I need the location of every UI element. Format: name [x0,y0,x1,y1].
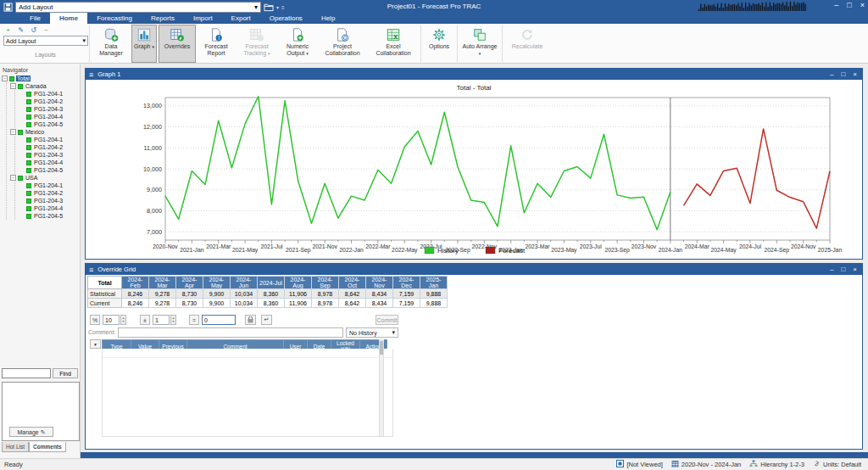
tree-item-label[interactable]: Total [16,76,31,81]
save-icon[interactable] [3,3,13,12]
window-menu-icon[interactable]: ≡ [89,266,93,274]
tree-item-pg1-204-1[interactable]: PG1-204-1 [19,182,80,189]
lock-button[interactable] [245,315,256,325]
tree-item-label[interactable]: PG1-204-3 [33,152,64,158]
filter-button[interactable]: ▼ [90,339,101,349]
tree-item-label[interactable]: Mexico [25,129,45,135]
collapse-icon[interactable]: − [10,83,16,89]
equals-value-input[interactable]: 0 [202,315,236,325]
percent-spinner[interactable]: ▴▾ [120,315,126,325]
minimize-icon[interactable]: – [830,266,833,273]
layout-combobox[interactable]: Add Layout▾ [15,2,261,13]
menu-tab-file[interactable]: File [20,13,50,24]
collapse-icon[interactable]: − [2,76,8,81]
tree-item-label[interactable]: PG1-204-1 [33,182,64,188]
tree-item-label[interactable]: Canada [25,83,47,89]
grid-cell[interactable]: 8,730 [176,289,203,299]
tree-item-pg1-204-5[interactable]: PG1-204-5 [19,166,80,174]
grid-cell[interactable]: 9,888 [420,299,448,308]
tree-item-usa[interactable]: −USA [10,174,80,182]
remove-layout-icon[interactable]: − [42,26,50,34]
collapse-icon[interactable]: − [10,175,16,181]
reset-layout-icon[interactable]: ↺ [30,26,37,34]
override-window-titlebar[interactable]: ≡ Override Grid – □ × [86,264,862,275]
status-item-viewed[interactable]: [Not Viewed] [616,460,662,469]
grid-cell[interactable]: 9,278 [149,289,176,299]
add-layout-icon[interactable]: + [4,26,12,34]
close-icon[interactable]: × [860,1,865,9]
equals-button[interactable]: = [189,315,199,325]
find-input[interactable] [2,368,51,378]
grid-column-header[interactable]: 2024-Apr [176,277,203,289]
menu-tab-import[interactable]: Import [184,13,222,24]
status-item-units[interactable]: Units: Default [813,460,861,469]
tree-item-pg1-204-5[interactable]: PG1-204-5 [19,120,80,128]
graph-window-titlebar[interactable]: ≡ Graph 1 – □ × [86,69,862,80]
grid-cell[interactable]: 7,159 [393,299,420,308]
commit-button[interactable]: Commit [376,315,398,325]
tree-item-label[interactable]: PG1-204-5 [33,121,64,127]
menu-tab-export[interactable]: Export [222,13,260,24]
tree-item-label[interactable]: PG1-204-3 [33,198,64,204]
grid-cell[interactable]: 9,888 [420,289,448,299]
override-grid-table[interactable]: Total2024-Feb2024-Mar2024-Apr2024-May202… [87,276,448,308]
ribbon-button-graph[interactable]: Graph ▾ [131,25,157,63]
ribbon-layout-combobox[interactable]: Add Layout▾ [3,36,88,46]
grid-column-header[interactable]: 2024-Mar [149,277,176,289]
grid-column-header[interactable]: 2024-Dec [393,277,420,289]
grid-cell[interactable]: 7,159 [393,289,420,299]
qat-customize-icon[interactable]: ≡ [281,5,285,10]
percent-value-input[interactable]: 10 [103,315,120,325]
ribbon-button-options[interactable]: Options [424,25,454,63]
ribbon-button-project-collaboration[interactable]: Project Collaboration [318,25,367,63]
minimize-icon[interactable]: – [834,1,838,9]
tree-item-label[interactable]: PG1-204-4 [33,114,64,120]
history-table-body[interactable] [102,349,393,437]
grid-cell[interactable]: 10,034 [231,289,258,299]
grid-column-header[interactable]: 2025-Jan [420,277,448,289]
tree-item-pg1-204-1[interactable]: PG1-204-1 [19,136,80,143]
grid-cell[interactable]: 8,978 [312,289,339,299]
scrollbar-thumb[interactable] [380,341,383,355]
grid-cell[interactable]: 9,278 [149,299,176,308]
tree-item-label[interactable]: PG1-204-2 [33,144,64,150]
tree-item-label[interactable]: PG1-204-5 [33,167,64,173]
close-icon[interactable]: × [853,266,857,273]
grid-column-header[interactable]: 2024-May [203,277,231,289]
status-item-hierarchy[interactable]: Hierarchy 1-2-3 [749,460,804,469]
tree-item-label[interactable]: PG1-204-4 [33,205,64,211]
panel-tab-hot-list[interactable]: Hot List [2,442,29,452]
minimize-icon[interactable]: – [830,70,833,78]
percent-button[interactable]: % [90,315,100,325]
history-filter-select[interactable]: No History▾ [346,327,398,338]
menu-tab-reports[interactable]: Reports [142,13,184,24]
grid-column-header[interactable]: 2024-Aug [285,277,312,289]
maximize-icon[interactable]: □ [841,266,845,273]
tree-item-label[interactable]: PG1-204-1 [33,137,64,143]
grid-column-header[interactable]: 2024-Sep [312,277,339,289]
tree-item-label[interactable]: PG1-204-4 [33,159,64,165]
grid-cell[interactable]: 8,246 [122,299,149,308]
grid-cell[interactable]: 8,434 [366,289,393,299]
grid-cell[interactable]: 8,360 [258,289,285,299]
grid-cell[interactable]: 11,906 [285,289,312,299]
ribbon-button-auto-arrange[interactable]: Auto Arrange ▾ [460,25,499,63]
grid-column-header[interactable]: 2024-Jun [231,277,258,289]
edit-layout-icon[interactable]: ✎ [17,26,25,34]
forecast-chart[interactable]: 7,0008,0009,00010,00011,00012,00013,0002… [86,93,860,256]
ribbon-button-numeric-output[interactable]: Numeric Output ▾ [279,25,316,63]
manage-button[interactable]: Manage ✎ [9,427,53,437]
ribbon-button-data-manager[interactable]: Data Manager [92,25,130,63]
grid-column-header[interactable]: 2024-Jul [258,277,285,289]
layout-folder-icon[interactable] [264,3,274,12]
chevron-down-icon[interactable]: ▾ [276,4,279,10]
tree-item-label[interactable]: PG1-204-3 [33,106,64,112]
ribbon-button-overrides[interactable]: Overrides [159,25,196,63]
menu-tab-home[interactable]: Home [50,13,87,24]
maximize-icon[interactable]: □ [847,1,851,9]
window-menu-icon[interactable]: ≡ [89,70,93,79]
tree-item-label[interactable]: PG1-204-2 [33,190,64,196]
collapse-icon[interactable]: − [10,129,16,135]
grid-cell[interactable]: 10,034 [231,299,258,308]
grid-cell[interactable]: 8,730 [176,299,203,308]
